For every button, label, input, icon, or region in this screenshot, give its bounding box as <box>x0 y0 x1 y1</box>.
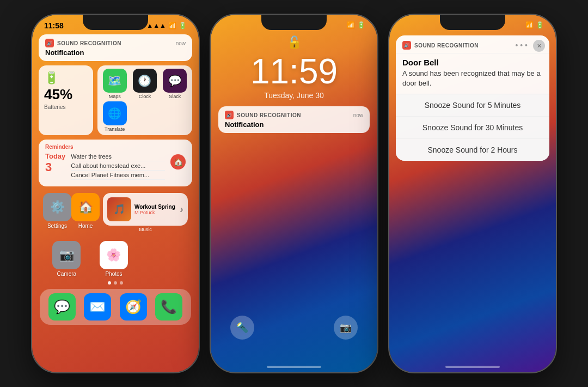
p3-status-icons: 📶 🔋 <box>525 21 544 29</box>
sound-recognition-icon-2 <box>225 111 234 119</box>
wifi-icon: 📶 <box>168 22 176 29</box>
snooze-5-label: Snooze Sound for 5 Minutes <box>425 101 521 110</box>
lock-wifi-icon: 📶 <box>347 21 355 29</box>
music-artist: M Potuck <box>134 210 176 215</box>
battery-percentage: 45% <box>44 86 88 103</box>
music-note-icon: ♪ <box>180 205 183 214</box>
snooze-30-label: Snooze Sound for 30 Minutes <box>422 123 523 132</box>
phone2-background: 📶 🔋 🔓 11:59 Tuesday, June 30 SOUND RECOG… <box>211 15 377 372</box>
flashlight-button[interactable]: 🔦 <box>230 316 254 340</box>
music-thumb: 🎵 <box>107 197 131 221</box>
lock-screen-time: 11:59 <box>211 54 377 89</box>
snooze-30-minutes-button[interactable]: Snooze Sound for 30 Minutes <box>396 117 549 139</box>
battery-icon: 🔋 <box>179 22 187 29</box>
lock-bottom-buttons: 🔦 📷 <box>211 316 377 340</box>
signal-icon: ▲▲▲ <box>146 22 166 29</box>
apps-row-2: ⚙️ Settings 🏠 Home 🎵 Workout Spring M Po… <box>32 189 199 237</box>
music-label: Music <box>103 227 188 232</box>
clock-icon: 🕐 <box>133 69 157 93</box>
lock-notif-title: Notification <box>225 120 363 129</box>
close-x-icon: ✕ <box>537 43 542 50</box>
reminders-widget[interactable]: Reminders Today 3 Water the trees Call a… <box>39 140 192 186</box>
snooze-options-list: Snooze Sound for 5 Minutes Snooze Sound … <box>396 94 549 161</box>
home-app[interactable]: 🏠 Home <box>71 193 100 232</box>
photos-app[interactable]: 🌸 Photos <box>100 241 128 277</box>
home-icon: 🏠 <box>71 193 100 221</box>
home-label: Home <box>78 223 93 229</box>
page-dots <box>32 279 199 287</box>
photos-icon: 🌸 <box>100 241 128 269</box>
lock-status-icons: 📶 🔋 <box>347 21 365 29</box>
apps-row-3: 📷 Camera 🌸 Photos <box>32 239 199 279</box>
close-notification-button[interactable]: ✕ <box>533 40 545 52</box>
screen-1: 11:58 ▲▲▲ 📶 🔋 SOUND RECOGNITION now Noti… <box>32 15 199 372</box>
notif-time-1: now <box>176 40 186 46</box>
detail-header: SOUND RECOGNITION • • • <box>396 35 549 53</box>
music-info: Workout Spring M Potuck <box>134 204 176 215</box>
slack-icon: 💬 <box>163 69 187 93</box>
clock-label: Clock <box>139 94 151 99</box>
lock-screen-date: Tuesday, June 30 <box>211 91 377 100</box>
camera-app[interactable]: 📷 Camera <box>52 241 81 277</box>
snooze-5-minutes-button[interactable]: Snooze Sound for 5 Minutes <box>396 94 549 117</box>
mail-dock-icon[interactable]: ✉️ <box>84 293 111 321</box>
dot-3 <box>120 281 123 285</box>
phone3-background: 📶 🔋 ✕ SOUND RECOGNITION • • • <box>389 15 556 372</box>
battery-widget[interactable]: 🔋 45% Batteries <box>39 65 93 135</box>
lock-notification[interactable]: SOUND RECOGNITION now Notification <box>218 106 370 133</box>
phone-dock-icon[interactable]: 📞 <box>155 293 182 321</box>
phone-3: 📶 🔋 ✕ SOUND RECOGNITION • • • <box>388 14 557 373</box>
reminder-header: Today 3 Water the trees Call about homes… <box>45 152 186 180</box>
translate-app[interactable]: 🌐 Translate <box>101 101 128 132</box>
notification-detail-card: ✕ SOUND RECOGNITION • • • Door Bell A so… <box>396 35 549 161</box>
settings-label: Settings <box>47 223 67 229</box>
reminder-home-icon: 🏠 <box>170 154 186 170</box>
app-grid-1: 🗺️ Maps 🕐 Clock 💬 Slack 🌐 Translate <box>97 65 192 135</box>
slack-label: Slack <box>169 94 181 99</box>
reminders-header: Reminders <box>45 144 186 150</box>
notif-title-1: Notification <box>45 49 186 57</box>
status-time-1: 11:58 <box>44 21 64 30</box>
maps-label: Maps <box>109 94 121 99</box>
dot-2 <box>114 281 117 285</box>
reminder-day-col: Today 3 <box>45 152 65 180</box>
lock-padlock-icon: 🔓 <box>211 31 377 54</box>
reminder-items: Water the trees Call about homestead exe… <box>71 152 165 180</box>
phone-1: 11:58 ▲▲▲ 📶 🔋 SOUND RECOGNITION now Noti… <box>31 14 200 373</box>
translate-label: Translate <box>105 126 125 132</box>
maps-icon: 🗺️ <box>103 69 127 93</box>
reminder-today-label: Today <box>45 152 65 160</box>
home-indicator-3 <box>445 366 500 368</box>
dot-1 <box>108 281 111 285</box>
safari-dock-icon[interactable]: 🧭 <box>120 293 147 321</box>
spacer <box>147 241 179 277</box>
camera-lock-button[interactable]: 📷 <box>334 316 358 340</box>
music-title: Workout Spring <box>134 204 176 210</box>
reminder-item-3: Cancel Planet Fitness mem... <box>71 171 165 180</box>
clock-app[interactable]: 🕐 Clock <box>131 69 158 99</box>
translate-icon: 🌐 <box>103 101 127 125</box>
snooze-2-hours-button[interactable]: Snooze Sound for 2 Hours <box>396 139 549 161</box>
detail-body: Door Bell A sound has been recognized th… <box>396 53 549 94</box>
notification-banner-1[interactable]: SOUND RECOGNITION now Notification <box>39 34 192 61</box>
notif-header-1: SOUND RECOGNITION now <box>45 39 186 47</box>
reminder-item-2: Call about homestead exe... <box>71 161 165 171</box>
music-widget-container[interactable]: 🎵 Workout Spring M Potuck ♪ Music <box>103 193 188 232</box>
screen-3: 📶 🔋 ✕ SOUND RECOGNITION • • • <box>389 15 556 372</box>
camera-label: Camera <box>57 271 77 277</box>
maps-app[interactable]: 🗺️ Maps <box>101 69 128 99</box>
lock-notif-header: SOUND RECOGNITION now <box>225 111 363 119</box>
phone-2: 📶 🔋 🔓 11:59 Tuesday, June 30 SOUND RECOG… <box>210 14 378 373</box>
settings-app[interactable]: ⚙️ Settings <box>43 193 71 232</box>
slack-app[interactable]: 💬 Slack <box>161 69 189 99</box>
sound-recognition-icon-3 <box>402 41 411 50</box>
screen-2: 📶 🔋 🔓 11:59 Tuesday, June 30 SOUND RECOG… <box>211 15 377 372</box>
messages-dock-icon[interactable]: 💬 <box>48 293 76 321</box>
home-indicator-2 <box>267 366 321 368</box>
notif-app-name-1: SOUND RECOGNITION <box>57 40 173 46</box>
p3-battery-icon: 🔋 <box>536 21 544 29</box>
p3-wifi-icon: 📶 <box>525 21 534 29</box>
settings-icon: ⚙️ <box>43 193 71 221</box>
music-widget: 🎵 Workout Spring M Potuck ♪ <box>103 193 188 226</box>
lock-notif-app-name: SOUND RECOGNITION <box>237 112 350 118</box>
